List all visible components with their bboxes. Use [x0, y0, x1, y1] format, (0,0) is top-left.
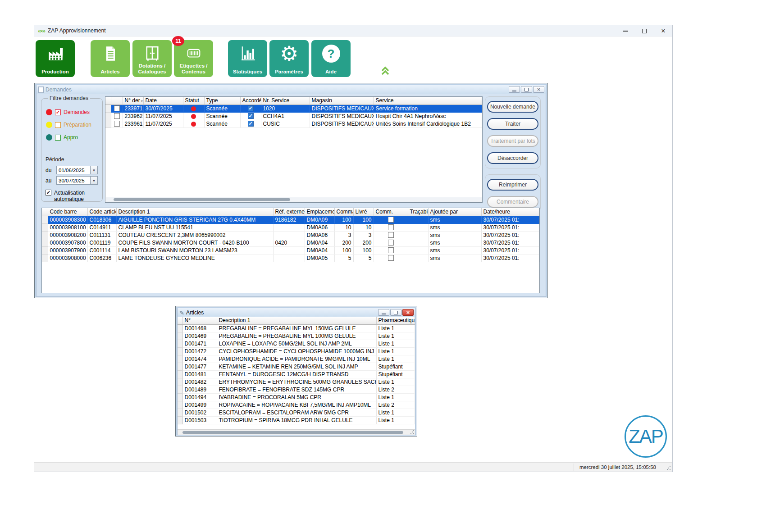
toolbar-button-articles[interactable]: Articles	[91, 40, 130, 77]
toolbar-button-param-tres[interactable]: Paramètres	[269, 40, 309, 77]
column-header-tra-abilit[interactable]: Traçabilit	[408, 208, 428, 216]
article-row[interactable]: D001469PREGABALINE = PREGABALINE MYL 100…	[178, 332, 415, 340]
column-header-type[interactable]: Type	[204, 97, 240, 105]
horizontal-scrollbar[interactable]	[106, 197, 482, 202]
column-header-description-1[interactable]: Description 1	[217, 317, 376, 324]
column-header-code-barre[interactable]: Code barre	[48, 208, 87, 216]
article-row[interactable]: D001474PAMIDRONIQUE ACIDE = PAMIDRONATE …	[178, 355, 415, 363]
article-row[interactable]: D001494IVABRADINE = PROCORALAN 5MG CPRLi…	[178, 393, 415, 401]
comm-checkbox[interactable]	[388, 232, 394, 238]
column-header-nr-service[interactable]: Nr. Service	[261, 97, 310, 105]
column-header-blank[interactable]	[42, 208, 48, 216]
column-header-service[interactable]: Service	[374, 97, 482, 105]
accorde-checkbox[interactable]	[248, 105, 254, 111]
close-icon[interactable]	[402, 309, 414, 316]
column-header-magasin[interactable]: Magasin	[310, 97, 374, 105]
article-row[interactable]: D001502ESCITALOPRAM = ESCITALOPRAM ARW 5…	[178, 409, 415, 416]
column-header-comma[interactable]: Comma	[334, 208, 353, 216]
article-row[interactable]: D001471LOXAPINE = LOXAPAC 50MG/2ML SOL I…	[178, 340, 415, 347]
date-from-input[interactable]: 01/06/2025	[56, 166, 98, 174]
resize-grip[interactable]	[666, 466, 671, 470]
filter-checkbox-demandes[interactable]	[55, 109, 61, 115]
toolbar-button-etiquettes-contenus[interactable]: Etiquettes / Contenus11	[174, 40, 213, 77]
column-header-emplacement-r[interactable]: Emplacement r	[305, 208, 334, 216]
column-header-pharmaceutique[interactable]: Pharmaceutique	[376, 317, 415, 324]
column-header-blank[interactable]	[105, 97, 111, 105]
detail-row[interactable]: 000003907800C001119COUPE FILS SWANN MORT…	[42, 239, 539, 246]
article-row[interactable]: D001481FENTANYL = DUROGESIC 12MCG/H DISP…	[178, 370, 415, 378]
column-header-blank[interactable]	[178, 317, 182, 324]
button-traiter[interactable]: Traiter	[487, 118, 538, 130]
cell-num: 233962	[123, 112, 143, 120]
restore-icon[interactable]	[521, 86, 532, 93]
comm-checkbox[interactable]	[388, 247, 394, 253]
column-header-accord[interactable]: Accordé	[240, 97, 261, 105]
request-row[interactable]: 23397130/07/2025Scannée1020DISPOSITIFS M…	[105, 105, 482, 112]
column-header-livr[interactable]: Livré	[353, 208, 374, 216]
resize-grip[interactable]	[410, 430, 415, 434]
toolbar-button-statistiques[interactable]: Statistiques	[228, 40, 267, 77]
minimize-icon[interactable]	[378, 309, 389, 316]
row-select-checkbox[interactable]	[114, 113, 120, 119]
column-header-blank[interactable]	[111, 97, 123, 105]
column-header-n[interactable]: N°	[182, 317, 217, 324]
column-header-comm[interactable]: Comm.	[374, 208, 408, 216]
filter-checkbox-appro[interactable]	[55, 135, 61, 141]
comm-checkbox[interactable]	[388, 217, 394, 223]
scrollbar-thumb[interactable]	[114, 198, 290, 201]
date-to-input[interactable]: 30/07/2025	[56, 176, 98, 185]
detail-row[interactable]: 000003907900C001114LAM BISTOURI SWANN MO…	[42, 246, 539, 254]
accorde-checkbox[interactable]	[248, 113, 254, 119]
accorde-checkbox[interactable]	[248, 121, 254, 127]
collapse-toolbar-icon[interactable]	[381, 66, 389, 75]
comm-checkbox[interactable]	[388, 224, 394, 230]
article-row[interactable]: D001472CYCLOPHOSPHAMIDE = CYCLOPHOSPHAMI…	[178, 347, 415, 355]
column-header-ajout-e-par[interactable]: Ajoutée par	[428, 208, 481, 216]
detail-row[interactable]: 000003908300C018306AIGUILLE PONCTION GRI…	[42, 216, 539, 223]
article-row[interactable]: D001489FENOFIBRATE = FENOFIBRATE SDZ 145…	[178, 386, 415, 393]
row-select-checkbox[interactable]	[114, 105, 120, 111]
comm-checkbox[interactable]	[388, 240, 394, 246]
detail-row[interactable]: 000003908000C006236LAME TONDEUSE GYNECO …	[42, 254, 539, 262]
button-reimprimer[interactable]: Reimprimer	[487, 179, 538, 191]
column-header-date[interactable]: Date	[143, 97, 183, 105]
restore-icon[interactable]	[390, 309, 401, 316]
article-row[interactable]: D001477KETAMINE = KETAMINE REN 250MG/5ML…	[178, 363, 415, 370]
filter-label: Appro	[64, 134, 78, 141]
minimize-icon[interactable]	[622, 27, 629, 35]
toolbar-button-dotations-catalogues[interactable]: Dotations / Catalogues	[132, 40, 172, 77]
filter-checkbox-pr-paration[interactable]	[55, 122, 61, 128]
document-icon	[91, 43, 130, 64]
column-header-r-f-externe[interactable]: Réf. externe	[273, 208, 305, 216]
column-header-statut[interactable]: Statut	[183, 97, 204, 105]
column-header-description-1[interactable]: Description 1	[116, 208, 273, 216]
minimize-icon[interactable]	[509, 86, 520, 93]
article-row[interactable]: D001499ROPIVACAINE = ROPIVACAINE KBI 7,5…	[178, 401, 415, 409]
comm-checkbox[interactable]	[388, 255, 394, 261]
close-icon[interactable]	[660, 27, 667, 35]
row-select-checkbox[interactable]	[114, 121, 120, 127]
chevron-down-icon[interactable]	[90, 177, 97, 184]
column-header-date-heure[interactable]: Date/heure	[481, 208, 539, 216]
auto-refresh-checkbox[interactable]	[46, 190, 51, 196]
demandes-window: Demandes Filtre demandes DemandesPrépara…	[34, 83, 548, 298]
cell-date-heure: 30/07/2025 01:	[481, 246, 539, 254]
scrollbar-thumb[interactable]	[182, 431, 403, 434]
button-nouvelle-demande[interactable]: Nouvelle demande	[487, 101, 538, 113]
chevron-down-icon[interactable]	[90, 166, 97, 174]
column-header-code-article[interactable]: Code article	[87, 208, 116, 216]
column-header-n-der[interactable]: N° der	[123, 97, 143, 105]
toolbar-button-aide[interactable]: Aide	[311, 40, 351, 77]
toolbar-button-production[interactable]: Production	[36, 40, 75, 77]
request-row[interactable]: 23396211/07/2025ScannéeCCH4A1DISPOSITIFS…	[105, 112, 482, 120]
close-icon[interactable]	[533, 86, 544, 93]
article-row[interactable]: D001503TIOTROPIUM = SPIRIVA 18MCG PDR IN…	[178, 416, 415, 424]
article-row[interactable]: D001482ERYTHROMYCINE = ERYTHROCINE 500MG…	[178, 378, 415, 386]
request-row[interactable]: 23396111/07/2025ScannéeCUSICDISPOSITIFS …	[105, 120, 482, 127]
maximize-icon[interactable]	[641, 27, 648, 35]
horizontal-scrollbar[interactable]	[178, 429, 415, 435]
detail-row[interactable]: 000003908100C014911CLAMP BLEU NST UU 115…	[42, 223, 539, 231]
detail-row[interactable]: 000003908200C011131COUTEAU CRESCENT 2,3M…	[42, 231, 539, 239]
article-row[interactable]: D001468PREGABALINE = PREGABALINE MYL 150…	[178, 324, 415, 332]
button-d-saccorder[interactable]: Désaccorder	[487, 152, 538, 164]
